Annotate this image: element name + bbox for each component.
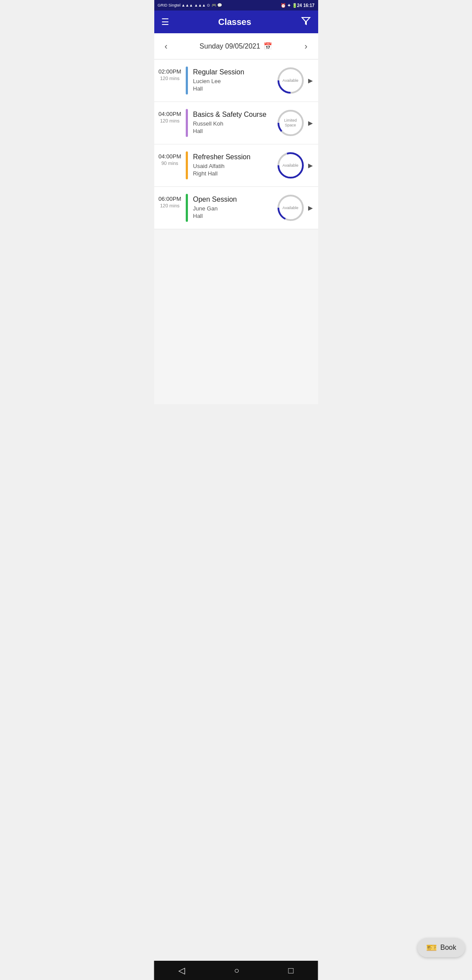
class-name: Basics & Safety Course: [193, 111, 277, 119]
availability-label: Available: [280, 78, 302, 83]
class-color-bar: [186, 109, 188, 137]
availability-col: Limited Space ▶: [277, 109, 313, 137]
availability-label: Available: [280, 163, 302, 168]
bluetooth-icon: ✦: [287, 3, 291, 8]
class-time: 04:00PM: [154, 111, 186, 117]
class-item[interactable]: 04:00PM 120 mins Basics & Safety Course …: [154, 102, 318, 144]
class-time-col: 06:00PM 120 mins: [154, 194, 186, 222]
availability-circle: Available: [277, 194, 305, 222]
class-time: 02:00PM: [154, 68, 186, 75]
class-name: Refresher Session: [193, 153, 277, 161]
filter-button[interactable]: [301, 16, 311, 28]
class-item[interactable]: 06:00PM 120 mins Open Session June Gan H…: [154, 187, 318, 229]
availability-circle: Limited Space: [277, 109, 305, 137]
availability-label: Limited Space: [280, 118, 302, 128]
alarm-icon: ⏰: [281, 3, 286, 8]
class-item[interactable]: 04:00PM 90 mins Refresher Session Usaid …: [154, 144, 318, 187]
availability-col: Available ▶: [277, 151, 313, 179]
chevron-right-icon: ▶: [308, 77, 313, 84]
availability-col: Available ▶: [277, 194, 313, 222]
class-color-bar: [186, 151, 188, 179]
class-location: Right Hall: [193, 170, 277, 177]
status-right: ⏰ ✦ 🔋24 16:17: [281, 3, 315, 8]
availability-label: Available: [280, 206, 302, 210]
status-left: GRID Singtel ▲▲▲ ▲▲▲ ⊙ 🎮 💬: [158, 3, 222, 7]
class-time: 04:00PM: [154, 153, 186, 160]
class-info: Refresher Session Usaid Alfatih Right Ha…: [193, 151, 277, 179]
empty-space: [154, 229, 318, 404]
class-name: Regular Session: [193, 68, 277, 76]
class-duration: 120 mins: [154, 76, 186, 81]
class-duration: 120 mins: [154, 118, 186, 123]
chevron-right-icon: ▶: [308, 162, 313, 169]
class-color-bar: [186, 194, 188, 222]
class-time-col: 02:00PM 120 mins: [154, 66, 186, 94]
signal-icons: ▲▲▲ ▲▲▲ ⊙ 🎮 💬: [181, 3, 222, 7]
class-instructor: Russell Koh: [193, 120, 277, 127]
class-color-bar: [186, 66, 188, 94]
class-name: Open Session: [193, 196, 277, 203]
class-duration: 120 mins: [154, 203, 186, 208]
class-location: Hall: [193, 213, 277, 219]
battery-icon: 🔋24: [292, 3, 302, 8]
page-title: Classes: [218, 17, 251, 27]
prev-date-button[interactable]: ‹: [161, 39, 171, 53]
class-info: Regular Session Lucien Lee Hall: [193, 66, 277, 94]
time-display: 16:17: [303, 3, 315, 8]
class-location: Hall: [193, 128, 277, 134]
class-location: Hall: [193, 85, 277, 92]
chevron-right-icon: ▶: [308, 204, 313, 211]
class-info: Open Session June Gan Hall: [193, 194, 277, 222]
class-item[interactable]: 02:00PM 120 mins Regular Session Lucien …: [154, 60, 318, 102]
carrier-label: GRID Singtel: [158, 3, 181, 7]
chevron-right-icon: ▶: [308, 119, 313, 126]
class-instructor: Lucien Lee: [193, 78, 277, 84]
availability-circle: Available: [277, 66, 305, 94]
class-time: 06:00PM: [154, 196, 186, 202]
date-navigation: ‹ Sunday 09/05/2021 📅 ›: [154, 33, 318, 60]
status-bar: GRID Singtel ▲▲▲ ▲▲▲ ⊙ 🎮 💬 ⏰ ✦ 🔋24 16:17: [154, 0, 318, 10]
availability-circle: Available: [277, 151, 305, 179]
class-time-col: 04:00PM 120 mins: [154, 109, 186, 137]
app-bar: ☰ Classes: [154, 10, 318, 33]
next-date-button[interactable]: ›: [301, 39, 311, 53]
class-list: 02:00PM 120 mins Regular Session Lucien …: [154, 60, 318, 229]
class-duration: 90 mins: [154, 161, 186, 166]
calendar-icon[interactable]: 📅: [264, 42, 272, 50]
class-instructor: Usaid Alfatih: [193, 163, 277, 169]
menu-button[interactable]: ☰: [161, 17, 169, 27]
availability-col: Available ▶: [277, 66, 313, 94]
class-time-col: 04:00PM 90 mins: [154, 151, 186, 179]
class-info: Basics & Safety Course Russell Koh Hall: [193, 109, 277, 137]
class-instructor: June Gan: [193, 205, 277, 212]
current-date: Sunday 09/05/2021 📅: [200, 42, 273, 50]
